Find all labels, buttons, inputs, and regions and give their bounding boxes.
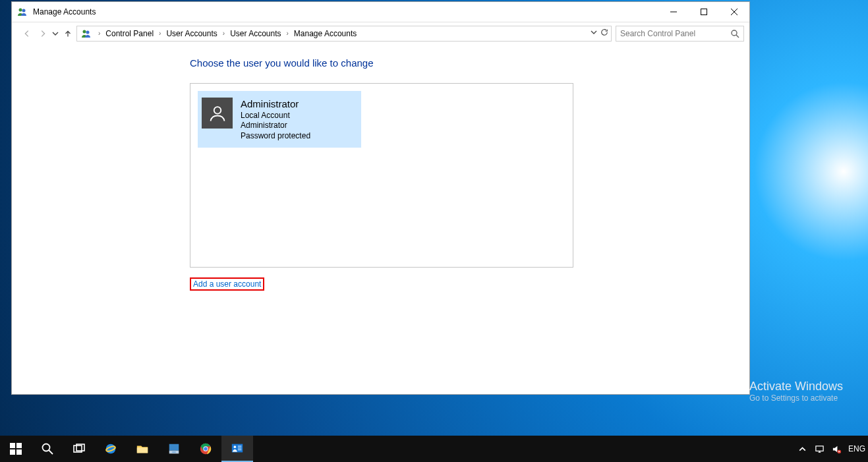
- svg-line-16: [49, 450, 53, 454]
- user-role: Administrator: [241, 121, 310, 131]
- user-list: Administrator Local Account Administrato…: [190, 83, 573, 268]
- refresh-button[interactable]: [600, 28, 608, 38]
- start-button[interactable]: [0, 436, 32, 462]
- maximize-button[interactable]: [689, 2, 719, 22]
- svg-rect-32: [238, 449, 241, 450]
- user-type: Local Account: [241, 111, 310, 121]
- svg-point-8: [732, 30, 737, 36]
- address-right: [590, 28, 608, 38]
- svg-rect-33: [816, 446, 823, 451]
- language-indicator[interactable]: ENG: [848, 444, 865, 453]
- svg-rect-3: [701, 9, 707, 15]
- window-title: Manage Accounts: [33, 7, 96, 16]
- page-heading: Choose the user you would like to change: [190, 57, 749, 69]
- internet-explorer-icon[interactable]: [95, 436, 127, 462]
- svg-rect-14: [16, 449, 22, 455]
- volume-icon[interactable]: [831, 443, 843, 455]
- svg-rect-24: [172, 452, 175, 453]
- back-button[interactable]: [20, 26, 34, 41]
- avatar-icon: [202, 98, 233, 129]
- breadcrumb-sep: ›: [219, 30, 229, 37]
- taskbar: ENG: [0, 436, 868, 462]
- forward-button[interactable]: [36, 26, 50, 41]
- address-dropdown[interactable]: [590, 28, 598, 38]
- task-view-button[interactable]: [63, 436, 95, 462]
- svg-rect-31: [238, 448, 241, 448]
- address-bar[interactable]: › Control Panel › User Accounts › User A…: [76, 26, 612, 42]
- svg-point-0: [19, 9, 22, 12]
- navbar: › Control Panel › User Accounts › User A…: [12, 22, 749, 44]
- content-area: Choose the user you would like to change…: [12, 44, 749, 394]
- search-icon[interactable]: [730, 29, 739, 38]
- svg-point-7: [86, 30, 90, 34]
- user-name: Administrator: [241, 98, 310, 111]
- activate-windows-overlay: Activate Windows Go to Settings to activ…: [749, 380, 868, 403]
- manage-accounts-window: Manage Accounts › Control Panel › User A…: [11, 1, 750, 395]
- svg-point-29: [234, 446, 237, 448]
- activate-title: Activate Windows: [749, 380, 868, 393]
- tray-overflow-icon[interactable]: [797, 443, 809, 455]
- users-icon: [81, 28, 92, 39]
- system-tray: ENG: [797, 443, 868, 455]
- breadcrumb-item[interactable]: Manage Accounts: [293, 29, 358, 38]
- breadcrumb-sep: ›: [94, 30, 104, 37]
- up-button[interactable]: [61, 26, 75, 41]
- svg-line-9: [736, 35, 739, 38]
- user-card[interactable]: Administrator Local Account Administrato…: [198, 91, 361, 148]
- search-input[interactable]: [620, 29, 730, 38]
- close-button[interactable]: [719, 2, 749, 22]
- user-info: Administrator Local Account Administrato…: [241, 98, 310, 141]
- svg-point-10: [214, 107, 221, 114]
- chrome-icon[interactable]: [190, 436, 221, 462]
- svg-point-1: [22, 9, 26, 13]
- breadcrumb-sep: ›: [283, 30, 293, 37]
- history-dropdown[interactable]: [51, 26, 59, 41]
- network-icon[interactable]: [814, 443, 826, 455]
- svg-rect-21: [137, 448, 148, 453]
- svg-point-15: [43, 444, 50, 451]
- svg-rect-12: [16, 443, 22, 448]
- server-manager-icon[interactable]: [158, 436, 190, 462]
- svg-rect-11: [10, 443, 15, 448]
- svg-rect-30: [238, 446, 241, 446]
- search-box[interactable]: [616, 26, 744, 42]
- svg-point-6: [83, 30, 86, 33]
- minimize-button[interactable]: [658, 2, 689, 22]
- file-explorer-icon[interactable]: [127, 436, 158, 462]
- breadcrumb-item[interactable]: User Accounts: [229, 29, 282, 38]
- svg-point-27: [204, 447, 207, 450]
- users-icon: [17, 7, 28, 17]
- add-user-account-link[interactable]: Add a user account: [190, 277, 264, 291]
- titlebar: Manage Accounts: [12, 2, 749, 22]
- breadcrumb-item[interactable]: Control Panel: [104, 29, 155, 38]
- breadcrumb-item[interactable]: User Accounts: [165, 29, 218, 38]
- search-button[interactable]: [32, 436, 63, 462]
- user-pw-status: Password protected: [241, 131, 310, 142]
- svg-rect-13: [10, 449, 15, 455]
- activate-sub: Go to Settings to activate: [749, 393, 868, 403]
- control-panel-task-icon[interactable]: [221, 436, 253, 462]
- window-buttons: [658, 2, 749, 22]
- svg-rect-22: [169, 444, 179, 451]
- breadcrumb-sep: ›: [155, 30, 165, 37]
